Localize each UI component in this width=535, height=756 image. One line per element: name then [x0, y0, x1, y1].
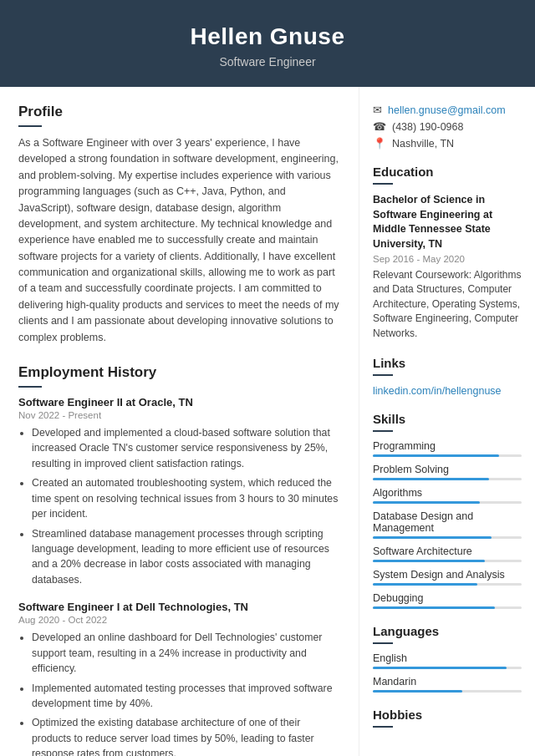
contact-phone: ☎ (438) 190-0968	[373, 120, 522, 133]
linkedin-link[interactable]: linkedin.com/in/hellengnuse	[373, 385, 502, 397]
skill-bar-bg-4	[373, 560, 522, 562]
employment-title: Employment History	[18, 364, 340, 381]
education-title: Education	[373, 165, 522, 179]
lang-name-1: Mandarin	[373, 676, 522, 688]
skill-bar-bg-1	[373, 478, 522, 480]
skill-name-2: Algorithms	[373, 487, 522, 499]
skills-section: Skills Programming Problem Solving Algor…	[373, 412, 522, 609]
profile-title: Profile	[18, 104, 340, 120]
left-column: Profile As a Software Engineer with over…	[0, 87, 359, 756]
lang-bar-fill-1	[373, 690, 462, 693]
job-title-2: Software Engineer I at Dell Technologies…	[18, 601, 340, 613]
full-name: Hellen Gnuse	[17, 23, 518, 50]
job-entry-2: Software Engineer I at Dell Technologies…	[18, 601, 340, 756]
email-link[interactable]: hellen.gnuse@gmail.com	[388, 104, 506, 116]
skill-bar-fill-4	[373, 560, 485, 562]
bullet-2-3: Optimized the existing database architec…	[32, 715, 340, 756]
location-icon: 📍	[373, 137, 386, 150]
phone-icon: ☎	[373, 120, 386, 133]
bullet-1-3: Streamlined database management processe…	[32, 526, 340, 588]
body-container: Profile As a Software Engineer with over…	[0, 87, 535, 756]
job-bullets-2: Developed an online dashboard for Dell T…	[18, 630, 340, 756]
header: Hellen Gnuse Software Engineer	[0, 0, 535, 87]
job-dates-1: Nov 2022 - Present	[18, 410, 340, 420]
skill-bar-fill-5	[373, 583, 477, 586]
skill-bar-fill-1	[373, 478, 489, 480]
links-title: Links	[373, 356, 522, 370]
skill-name-1: Problem Solving	[373, 464, 522, 475]
languages-title: Languages	[373, 624, 522, 638]
contact-email: ✉ hellen.gnuse@gmail.com	[373, 104, 522, 116]
contact-section: ✉ hellen.gnuse@gmail.com ☎ (438) 190-096…	[373, 104, 522, 150]
skill-bar-bg-5	[373, 583, 522, 586]
lang-mandarin: Mandarin	[373, 676, 522, 693]
bullet-1-2: Created an automated troubleshooting sys…	[32, 475, 340, 521]
skill-debugging: Debugging	[373, 592, 522, 609]
bullet-2-2: Implemented automated testing processes …	[32, 681, 340, 712]
right-column: ✉ hellen.gnuse@gmail.com ☎ (438) 190-096…	[359, 87, 535, 756]
bullet-2-1: Developed an online dashboard for Dell T…	[32, 630, 340, 676]
lang-bar-bg-1	[373, 690, 522, 693]
profile-section: Profile As a Software Engineer with over…	[18, 104, 340, 346]
skill-bar-fill-0	[373, 454, 499, 457]
skills-title: Skills	[373, 412, 522, 426]
skill-bar-fill-6	[373, 606, 495, 609]
skill-name-4: Software Architecture	[373, 545, 522, 557]
email-icon: ✉	[373, 104, 382, 116]
skill-name-3: Database Design and Management	[373, 510, 522, 534]
skill-bar-bg-2	[373, 501, 522, 504]
education-divider	[373, 183, 393, 185]
skill-name-5: System Design and Analysis	[373, 569, 522, 581]
edu-dates: Sep 2016 - May 2020	[373, 254, 522, 264]
lang-bar-bg-0	[373, 667, 522, 669]
languages-divider	[373, 642, 393, 644]
links-section: Links linkedin.com/in/hellengnuse	[373, 356, 522, 397]
skill-name-0: Programming	[373, 440, 522, 452]
skill-bar-fill-3	[373, 536, 492, 539]
job-bullets-1: Developed and implemented a cloud-based …	[18, 425, 340, 587]
skill-bar-bg-3	[373, 536, 522, 539]
contact-location: 📍 Nashville, TN	[373, 137, 522, 150]
employment-divider	[18, 386, 42, 388]
profile-text: As a Software Engineer with over 3 years…	[18, 135, 340, 346]
lang-bar-fill-0	[373, 667, 507, 669]
edu-coursework: Relevant Coursework: Algorithms and Data…	[373, 268, 522, 341]
lang-english: English	[373, 652, 522, 669]
job-title-1: Software Engineer II at Oracle, TN	[18, 396, 340, 408]
skill-bar-bg-6	[373, 606, 522, 609]
edu-degree: Bachelor of Science in Software Engineer…	[373, 193, 522, 251]
skill-bar-fill-2	[373, 501, 480, 504]
skill-problem-solving: Problem Solving	[373, 464, 522, 480]
skills-divider	[373, 430, 393, 432]
skill-system-design: System Design and Analysis	[373, 569, 522, 586]
hobbies-section: Hobbies	[373, 708, 522, 728]
phone-text: (438) 190-0968	[392, 121, 463, 133]
skill-programming: Programming	[373, 440, 522, 457]
hobbies-title: Hobbies	[373, 708, 522, 722]
links-divider	[373, 374, 393, 376]
education-section: Education Bachelor of Science in Softwar…	[373, 165, 522, 341]
job-entry-1: Software Engineer II at Oracle, TN Nov 2…	[18, 396, 340, 587]
skill-algorithms: Algorithms	[373, 487, 522, 504]
languages-section: Languages English Mandarin	[373, 624, 522, 693]
employment-section: Employment History Software Engineer II …	[18, 364, 340, 756]
bullet-1-1: Developed and implemented a cloud-based …	[32, 425, 340, 471]
skill-bar-bg-0	[373, 454, 522, 457]
profile-divider	[18, 125, 42, 127]
skill-database-design: Database Design and Management	[373, 510, 522, 539]
skill-name-6: Debugging	[373, 592, 522, 604]
lang-name-0: English	[373, 652, 522, 664]
skill-software-architecture: Software Architecture	[373, 545, 522, 562]
job-title: Software Engineer	[17, 55, 518, 68]
hobbies-divider	[373, 726, 393, 728]
location-text: Nashville, TN	[392, 138, 454, 150]
job-dates-2: Aug 2020 - Oct 2022	[18, 615, 340, 625]
